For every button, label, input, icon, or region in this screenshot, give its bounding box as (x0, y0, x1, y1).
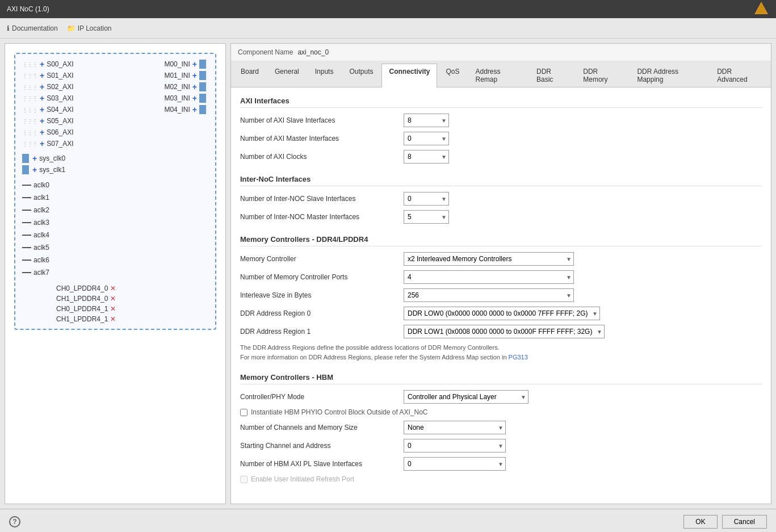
port-label-m02: M02_INI (164, 83, 190, 91)
tab-ddr-memory[interactable]: DDR Memory (576, 64, 628, 87)
hbm-axi-pl-select[interactable]: 0 1 2 (404, 457, 506, 471)
tab-board[interactable]: Board (233, 64, 266, 87)
mem-ports-select[interactable]: 4 (404, 270, 574, 284)
port-row-aclk6: —aclk6 (20, 254, 76, 266)
port-close-ch1_lpddr4_1[interactable]: ✕ (110, 315, 116, 323)
port-plus-m01[interactable]: + (192, 71, 197, 80)
port-close-ch1_lpddr4_0[interactable]: ✕ (110, 295, 116, 303)
ddr-info-line2: For more information on DDR Address Regi… (240, 354, 507, 361)
mem-ctrl-select-wrapper: x2 Interleaved Memory Controllers ▼ (404, 252, 574, 266)
port-plus-s02[interactable]: + (40, 82, 44, 91)
port-row-aclk3: —aclk3 (20, 216, 76, 229)
tab-connectivity[interactable]: Connectivity (381, 64, 437, 87)
port-row-s01: ⋮⋮⋮+S01_AXI (20, 70, 76, 81)
tab-inputs[interactable]: Inputs (308, 64, 341, 87)
port-plus-s07[interactable]: + (40, 139, 44, 148)
port-label-aclk1: aclk1 (33, 194, 49, 202)
port-row-s06: ⋮⋮⋮+S06_AXI (20, 127, 76, 138)
port-minus-aclk7[interactable]: — (22, 267, 31, 278)
port-plus-s03[interactable]: + (40, 94, 44, 103)
port-plus-s00[interactable]: + (40, 60, 44, 69)
inter-slave-select-wrapper: 0 ▼ (404, 192, 449, 206)
hbm-axi-pl-label: Number of HBM AXI PL Slave Interfaces (240, 460, 399, 468)
tab-general[interactable]: General (267, 64, 307, 87)
port-plus-s01[interactable]: + (40, 71, 44, 80)
interleave-size-row: Interleave Size in Bytes 256 ▼ (240, 288, 762, 302)
port-plus-m04[interactable]: + (192, 105, 197, 114)
starting-channel-select[interactable]: 0 1 2 (404, 439, 506, 453)
port-label-aclk0: aclk0 (33, 181, 49, 189)
mem-ctrl-select[interactable]: x2 Interleaved Memory Controllers (404, 252, 574, 266)
port-label-s03: S03_AXI (47, 94, 73, 102)
port-plus-s05[interactable]: + (40, 116, 44, 125)
port-close-ch0_lpddr4_0[interactable]: ✕ (110, 284, 116, 292)
tab-qos[interactable]: QoS (438, 64, 467, 87)
port-row-s05: ⋮⋮⋮+S05_AXI (20, 115, 76, 127)
enable-refresh-label: Enable User Initiated Refresh Port (251, 475, 354, 483)
port-plus-m00[interactable]: + (192, 60, 197, 69)
port-close-ch0_lpddr4_1[interactable]: ✕ (110, 305, 116, 313)
hbm-phyio-checkbox[interactable] (240, 409, 248, 416)
cancel-button[interactable]: Cancel (722, 515, 767, 529)
tab-ddr-basic[interactable]: DDR Basic (529, 64, 574, 87)
port-plus-s06[interactable]: + (40, 128, 44, 137)
help-icon[interactable]: ? (9, 516, 20, 527)
axi-slave-select[interactable]: 8 (404, 114, 449, 127)
port-minus-aclk5[interactable]: — (22, 242, 31, 253)
documentation-button[interactable]: ℹ Documentation (7, 24, 58, 32)
master-ports-list: M00_INI+M01_INI+M02_INI+M03_INI+M04_INI+ (162, 58, 208, 115)
clock-bar-sys_clk1 (22, 165, 29, 174)
master-port-row-m01: M01_INI+ (162, 70, 208, 81)
port-label-ch0_lpddr4_0: CH0_LPDDR4_0 (56, 284, 108, 292)
port-plus-sys_clk1[interactable]: + (32, 165, 37, 174)
port-minus-aclk4[interactable]: — (22, 230, 31, 240)
port-row-aclk5: —aclk5 (20, 241, 76, 254)
ctrl-phy-mode-row: Controller/PHY Mode Controller and Physi… (240, 390, 762, 404)
pg313-link[interactable]: PG313 (509, 354, 528, 361)
mem-ports-label: Number of Memory Controller Ports (240, 273, 399, 281)
port-label-s04: S04_AXI (47, 106, 73, 114)
starting-channel-row: Starting Channel and Address 0 1 2 ▼ (240, 439, 762, 453)
port-minus-aclk0[interactable]: — (22, 180, 31, 190)
ip-location-label: IP Location (78, 24, 112, 32)
port-plus-m02[interactable]: + (192, 82, 197, 91)
ok-button[interactable]: OK (683, 515, 717, 529)
ip-location-button[interactable]: 📁 IP Location (67, 24, 112, 32)
channels-memory-select[interactable]: None 1 Channel 4GB 2 Channels 8GB (404, 421, 506, 434)
port-minus-aclk6[interactable]: — (22, 255, 31, 265)
clock-bar-sys_clk0 (22, 154, 29, 163)
master-port-row-m03: M03_INI+ (162, 93, 208, 104)
tabs-bar: BoardGeneralInputsOutputsConnectivityQoS… (231, 61, 771, 87)
port-minus-aclk1[interactable]: — (22, 192, 31, 203)
axi-clocks-select[interactable]: 8 (404, 150, 449, 164)
port-minus-aclk2[interactable]: — (22, 205, 31, 215)
ctrl-phy-mode-select-wrapper: Controller and Physical Layer Controller… (404, 390, 528, 404)
port-row-sys_clk1: +sys_clk1 (20, 164, 76, 175)
tab-outputs[interactable]: Outputs (342, 64, 380, 87)
inter-slave-select[interactable]: 0 (404, 192, 449, 206)
port-row-s04: ⋮⋮⋮+S04_AXI (20, 104, 76, 115)
clock-ports-list: +sys_clk0+sys_clk1 (20, 153, 76, 175)
tab-ddr-address-mapping[interactable]: DDR Address Mapping (630, 64, 708, 87)
port-plus-sys_clk0[interactable]: + (32, 154, 37, 163)
port-minus-aclk3[interactable]: — (22, 217, 31, 228)
hbm-phyio-label[interactable]: Instantiate HBM PHYIO Control Block Outs… (251, 408, 427, 416)
enable-refresh-checkbox[interactable] (240, 476, 248, 483)
inter-master-select[interactable]: 5 (404, 210, 449, 224)
ctrl-phy-mode-select[interactable]: Controller and Physical Layer Controller… (404, 390, 528, 404)
aclk-ports-list: —aclk0—aclk1—aclk2—aclk3—aclk4—aclk5—acl… (20, 179, 76, 279)
port-label-s02: S02_AXI (47, 83, 73, 91)
port-plus-s04[interactable]: + (40, 105, 44, 114)
tab-address-remap[interactable]: Address Remap (468, 64, 528, 87)
ddr-region1-select[interactable]: DDR LOW1 (0x0008 0000 0000 to 0x000F FFF… (404, 325, 605, 338)
axi-master-select[interactable]: 0 (404, 132, 449, 145)
port-dots: ⋮⋮⋮ (22, 129, 37, 136)
left-panel: ⋮⋮⋮+S00_AXI⋮⋮⋮+S01_AXI⋮⋮⋮+S02_AXI⋮⋮⋮+S03… (5, 43, 226, 504)
ddr-region0-select[interactable]: DDR LOW0 (0x0000 0000 0000 to 0x0000 7FF… (404, 307, 600, 320)
port-plus-m03[interactable]: + (192, 94, 197, 103)
interleave-size-select[interactable]: 256 (404, 288, 574, 302)
ddr-info-text: The DDR Address Regions define the possi… (240, 343, 762, 362)
port-label-m04: M04_INI (164, 106, 190, 114)
tab-ddr-advanced[interactable]: DDR Advanced (710, 64, 767, 87)
axi-slave-label: Number of AXI Slave Interfaces (240, 116, 399, 124)
